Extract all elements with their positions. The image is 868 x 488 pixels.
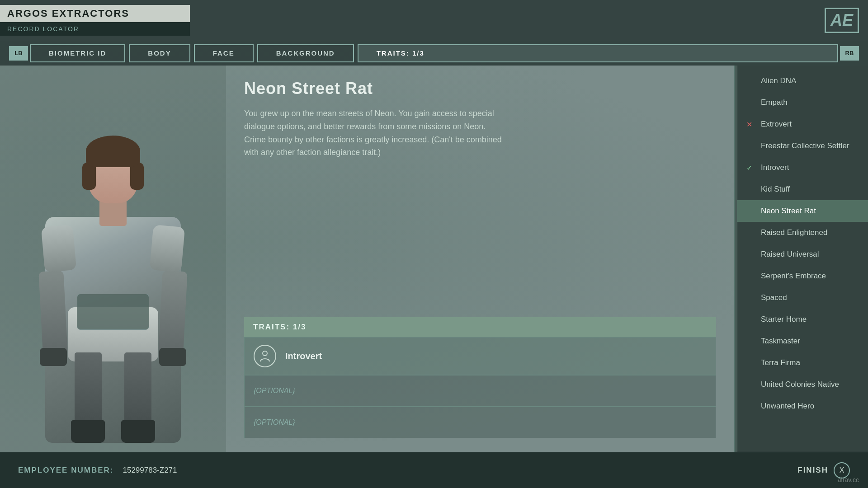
trait-list-item-kid-stuff[interactable]: Kid Stuff [737, 178, 868, 200]
starter-home-label: Starter Home [761, 315, 807, 324]
taskmaster-status [746, 337, 755, 345]
raised-universal-status [746, 250, 755, 258]
neon-label: Neon Street Rat [761, 206, 816, 216]
record-locator-bar: RECORD LOCATOR [0, 22, 190, 36]
header: ARGOS EXTRACTORS RECORD LOCATOR AE [0, 0, 868, 41]
unwanted-hero-label: Unwanted Hero [761, 402, 814, 411]
alien-dna-status [746, 77, 755, 85]
serpents-status [746, 272, 755, 280]
selected-trait-name: Neon Street Rat [244, 79, 716, 98]
united-colonies-status [746, 380, 755, 389]
svg-point-0 [263, 351, 267, 356]
character-panel [0, 66, 226, 452]
trait-list-item-alien-dna[interactable]: Alien DNA [737, 70, 868, 92]
selected-trait-description: You grew up on the mean streets of Neon.… [244, 107, 506, 159]
trait-list-item-unwanted-hero[interactable]: Unwanted Hero [737, 395, 868, 417]
rb-button[interactable]: RB [840, 46, 859, 61]
trait-slot-1-icon [254, 345, 276, 367]
freestar-status [746, 142, 755, 150]
company-name-bar: ARGOS EXTRACTORS [0, 5, 190, 22]
trait-slot-1[interactable]: Introvert [244, 337, 716, 375]
tab-traits[interactable]: TRAITS: 1/3 [358, 44, 838, 62]
unwanted-hero-status [746, 402, 755, 410]
serpents-label: Serpent's Embrace [761, 272, 826, 281]
terra-firma-label: Terra Firma [761, 358, 800, 367]
footer: EMPLOYEE NUMBER: 15299783-Z271 FINISH X [0, 452, 868, 488]
trait-list-item-extrovert[interactable]: ✕ Extrovert [737, 113, 868, 135]
trait-slot-3-name: {OPTIONAL} [254, 418, 295, 427]
traits-section: TRAITS: 1/3 Introvert {OPTIONAL} [244, 317, 716, 438]
trait-list-item-raised-enlightened[interactable]: Raised Enlightened [737, 222, 868, 244]
taskmaster-label: Taskmaster [761, 337, 800, 346]
kid-stuff-label: Kid Stuff [761, 185, 790, 194]
tab-biometric-id[interactable]: BIOMETRIC ID [30, 44, 125, 62]
introvert-status: ✓ [746, 164, 755, 172]
freestar-label: Freestar Collective Settler [761, 141, 849, 150]
trait-list-item-raised-universal[interactable]: Raised Universal [737, 244, 868, 265]
lb-button[interactable]: LB [9, 46, 28, 61]
traits-section-header: TRAITS: 1/3 [244, 317, 716, 337]
trait-list-item-empath[interactable]: Empath [737, 92, 868, 113]
neon-status [746, 207, 755, 215]
trait-list-item-united-colonies[interactable]: United Colonies Native [737, 374, 868, 395]
trait-list-panel[interactable]: Alien DNA Empath ✕ Extrovert Freestar Co… [737, 66, 868, 452]
trait-list-item-starter-home[interactable]: Starter Home [737, 309, 868, 330]
header-left: ARGOS EXTRACTORS RECORD LOCATOR [0, 0, 190, 41]
trait-slot-2-name: {OPTIONAL} [254, 387, 295, 395]
trait-list-item-terra-firma[interactable]: Terra Firma [737, 352, 868, 374]
raised-universal-label: Raised Universal [761, 250, 819, 259]
trait-list-item-serpents-embrace[interactable]: Serpent's Embrace [737, 265, 868, 287]
trait-slot-1-name: Introvert [285, 351, 322, 361]
kid-stuff-status [746, 185, 755, 193]
tab-body[interactable]: BODY [129, 44, 190, 62]
terra-firma-status [746, 359, 755, 367]
tab-face[interactable]: FACE [194, 44, 254, 62]
empath-label: Empath [761, 98, 788, 107]
spaced-label: Spaced [761, 293, 787, 302]
raised-enlightened-label: Raised Enlightened [761, 228, 827, 237]
company-name: ARGOS EXTRACTORS [7, 8, 129, 19]
record-locator-label: RECORD LOCATOR [7, 25, 79, 33]
employee-number-label: EMPLOYEE NUMBER: [18, 466, 113, 475]
trait-list-item-introvert[interactable]: ✓ Introvert [737, 157, 868, 178]
main-content: Neon Street Rat You grew up on the mean … [0, 66, 868, 452]
introvert-label: Introvert [761, 163, 789, 172]
trait-list-item-freestar[interactable]: Freestar Collective Settler [737, 135, 868, 157]
alien-dna-label: Alien DNA [761, 76, 796, 85]
starter-home-status [746, 315, 755, 324]
watermark: airav.cc [838, 476, 859, 483]
info-panel: Neon Street Rat You grew up on the mean … [226, 66, 734, 452]
empath-status [746, 99, 755, 107]
employee-number-value: 15299783-Z271 [123, 466, 177, 475]
nav-bar: LB BIOMETRIC ID BODY FACE BACKGROUND TRA… [0, 41, 868, 66]
ae-logo: AE [825, 8, 859, 33]
extrovert-status: ✕ [746, 120, 755, 129]
finish-label: FINISH [797, 466, 828, 475]
trait-list-item-taskmaster[interactable]: Taskmaster [737, 330, 868, 352]
united-colonies-label: United Colonies Native [761, 380, 839, 389]
trait-list-item-neon-street-rat[interactable]: Neon Street Rat [737, 200, 868, 222]
trait-slot-2[interactable]: {OPTIONAL} [244, 375, 716, 407]
spaced-status [746, 294, 755, 302]
tab-background[interactable]: BACKGROUND [257, 44, 354, 62]
trait-list-item-spaced[interactable]: Spaced [737, 287, 868, 309]
raised-enlightened-status [746, 229, 755, 237]
trait-slot-3[interactable]: {OPTIONAL} [244, 407, 716, 438]
extrovert-label: Extrovert [761, 120, 792, 129]
character-figure [27, 181, 199, 443]
